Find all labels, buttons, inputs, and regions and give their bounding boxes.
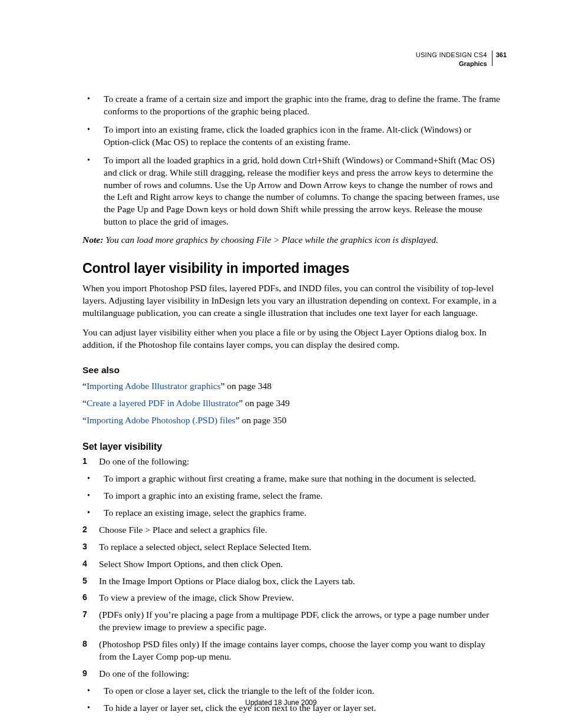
note-body: You can load more graphics by choosing F… [103,235,438,245]
cross-ref-link[interactable]: Create a layered PDF in Adobe Illustrato… [87,398,239,408]
cross-ref-suffix: ” on page 348 [221,381,272,391]
header-chapter: Graphics [416,60,487,68]
bullet-icon: • [82,473,104,485]
step-number: 6 [82,592,99,604]
bullet-icon: • [82,93,104,118]
list-item: 1Do one of the following: [82,456,501,468]
list-item-text: To view a preview of the image, click Sh… [99,592,501,604]
steps-list: 1Do one of the following:•To import a gr… [82,456,501,714]
see-also-item: “Create a layered PDF in Adobe Illustrat… [82,397,501,410]
bullet-icon: • [82,507,104,519]
cross-ref-link[interactable]: Importing Adobe Photoshop (.PSD) files [87,415,236,425]
bullet-icon: • [82,154,104,229]
step-number: 4 [82,558,99,571]
list-item-text: To import all the loaded graphics in a g… [104,154,501,229]
list-item: •To replace an existing image, select th… [82,507,501,519]
cross-ref-suffix: ” on page 350 [236,415,287,425]
note-paragraph: Note: You can load more graphics by choo… [82,234,501,246]
list-item: 9Do one of the following: [82,668,501,680]
list-item-text: (PDFs only) If you’re placing a page fro… [99,609,501,634]
footer-updated: Updated 18 June 2009 [0,698,562,707]
cross-ref-suffix: ” on page 349 [239,398,290,408]
list-item: 7(PDFs only) If you’re placing a page fr… [82,609,501,634]
step-number: 8 [82,638,99,663]
see-also-heading: See also [82,364,501,377]
list-item-text: To import a graphic without first creati… [104,473,501,485]
bullet-icon: • [82,490,104,502]
bullet-icon: • [82,124,104,149]
bullet-icon: • [82,685,104,697]
list-item-text: To import into an existing frame, click … [104,124,501,149]
list-item-text: Select Show Import Options, and then cli… [99,558,501,571]
see-also-item: “Importing Adobe Photoshop (.PSD) files”… [82,414,501,427]
step-number: 7 [82,609,99,634]
paragraph: You can adjust layer visibility either w… [82,327,501,351]
list-item-text: Choose File > Place and select a graphic… [99,524,501,536]
header-book-title: USING INDESIGN CS4 [416,51,487,60]
quote-open: “ [82,415,87,425]
list-item-text: To replace an existing image, select the… [104,507,501,519]
list-item: •To open or close a layer set, click the… [82,685,501,697]
list-item: •To import a graphic into an existing fr… [82,490,501,502]
section-heading: Control layer visibility in imported ima… [82,259,501,278]
content-column: • To create a frame of a certain size an… [82,93,501,719]
step-number: 3 [82,541,99,554]
step-number: 2 [82,524,99,536]
list-item: 4Select Show Import Options, and then cl… [82,558,501,571]
list-item-text: To import a graphic into an existing fra… [104,490,501,502]
list-item-text: Do one of the following: [99,456,501,468]
list-item: •To import a graphic without first creat… [82,473,501,485]
list-item: 3To replace a selected object, select Re… [82,541,501,554]
list-item: 6To view a preview of the image, click S… [82,592,501,604]
list-item: 2Choose File > Place and select a graphi… [82,524,501,536]
step-number: 9 [82,668,99,680]
note-label: Note: [82,235,103,245]
running-header: USING INDESIGN CS4 Graphics 361 [416,51,507,68]
step-number: 1 [82,456,99,468]
list-item: 5In the Image Import Options or Place di… [82,575,501,588]
cross-ref-link[interactable]: Importing Adobe Illustrator graphics [87,381,221,391]
list-item: 8(Photoshop PSD files only) If the image… [82,638,501,663]
page: USING INDESIGN CS4 Graphics 361 • To cre… [0,0,562,728]
paragraph: When you import Photoshop PSD files, lay… [82,282,501,319]
see-also-item: “Importing Adobe Illustrator graphics” o… [82,380,501,393]
page-number: 361 [492,51,507,60]
step-number: 5 [82,575,99,588]
quote-open: “ [82,398,87,408]
subsection-heading: Set layer visibility [82,440,501,453]
list-item-text: (Photoshop PSD files only) If the image … [99,638,501,663]
list-item: • To import all the loaded graphics in a… [82,154,501,229]
list-item: • To import into an existing frame, clic… [82,124,501,149]
list-item-text: To replace a selected object, select Rep… [99,541,501,554]
list-item-text: To open or close a layer set, click the … [104,685,501,697]
list-item-text: To create a frame of a certain size and … [104,93,501,118]
quote-open: “ [82,381,87,391]
header-text: USING INDESIGN CS4 Graphics [416,51,492,68]
list-item-text: In the Image Import Options or Place dia… [99,575,501,588]
list-item: • To create a frame of a certain size an… [82,93,501,118]
list-item-text: Do one of the following: [99,668,501,680]
